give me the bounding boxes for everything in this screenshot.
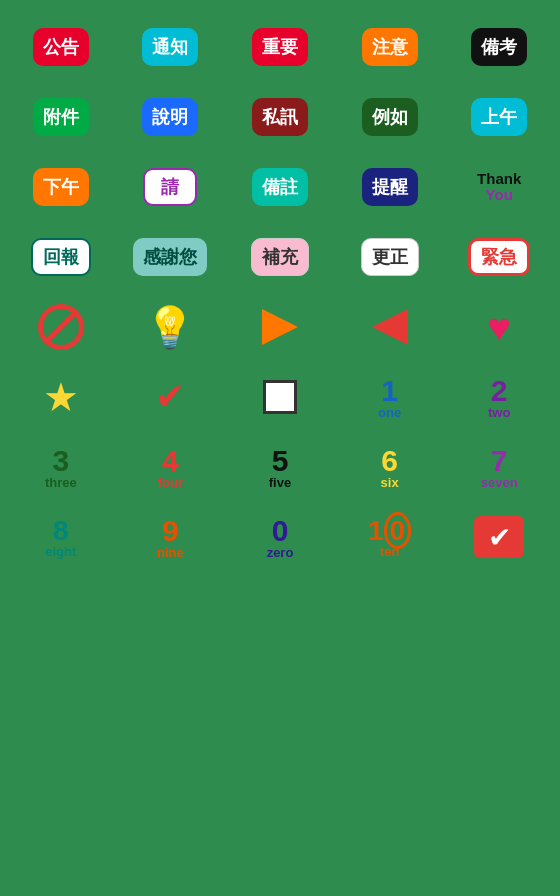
cell-r5-c1: ✔ [120, 368, 222, 426]
cell-r4-c4: ♥ [448, 298, 550, 356]
number-three: 3three [45, 446, 77, 489]
cell-r4-c1: 💡 [120, 298, 222, 356]
cell-r5-c4: 2two [448, 368, 550, 426]
arrow-left-icon [372, 309, 408, 345]
badge-上午[interactable]: 上午 [471, 98, 527, 136]
cell-r4-c0 [10, 298, 112, 356]
badge-附件[interactable]: 附件 [33, 98, 89, 136]
cell-r2-c4: ThankYou [448, 158, 550, 216]
cell-r2-c1: 請 [120, 158, 222, 216]
badge-通知[interactable]: 通知 [142, 28, 198, 66]
checkmark-icon: ✔ [155, 376, 185, 418]
cell-r1-c3: 例如 [339, 88, 441, 146]
cell-r5-c2 [229, 368, 331, 426]
badge-備考[interactable]: 備考 [471, 28, 527, 66]
cell-r6-c3: 6six [339, 438, 441, 496]
cell-r1-c0: 附件 [10, 88, 112, 146]
square-icon [263, 380, 297, 414]
badge-請[interactable]: 請 [143, 168, 197, 206]
number-ten: 10ten [368, 517, 411, 558]
cell-r7-c0: 8eight [10, 508, 112, 566]
cell-r6-c1: 4four [120, 438, 222, 496]
badge-感謝您[interactable]: 感謝您 [133, 238, 207, 276]
number-eight: 8eight [45, 517, 76, 558]
badge-私訊[interactable]: 私訊 [252, 98, 308, 136]
cell-r7-c1: 9nine [120, 508, 222, 566]
badge-備註[interactable]: 備註 [252, 168, 308, 206]
cell-r6-c4: 7seven [448, 438, 550, 496]
badge-注意[interactable]: 注意 [362, 28, 418, 66]
number-one: 1one [378, 376, 401, 419]
cell-r2-c0: 下午 [10, 158, 112, 216]
cell-r3-c3: 更正 [339, 228, 441, 286]
badge-更正[interactable]: 更正 [361, 238, 419, 276]
badge-公告[interactable]: 公告 [33, 28, 89, 66]
cell-r2-c2: 備註 [229, 158, 331, 216]
arrow-right-icon [262, 309, 298, 345]
cell-r0-c3: 注意 [339, 18, 441, 76]
cell-r0-c1: 通知 [120, 18, 222, 76]
cell-r6-c0: 3three [10, 438, 112, 496]
number-nine: 9nine [157, 516, 184, 559]
bulb-icon: 💡 [145, 304, 195, 351]
cell-r5-c0: ★ [10, 368, 112, 426]
number-six: 6six [381, 446, 399, 489]
cell-r1-c1: 說明 [120, 88, 222, 146]
cell-r4-c2 [229, 298, 331, 356]
cell-r2-c3: 提醒 [339, 158, 441, 216]
heart-icon: ♥ [487, 305, 511, 350]
cell-r4-c3 [339, 298, 441, 356]
cell-r3-c1: 感謝您 [120, 228, 222, 286]
cell-r0-c0: 公告 [10, 18, 112, 76]
badge-提醒[interactable]: 提醒 [362, 168, 418, 206]
number-four: 4four [158, 446, 183, 489]
badge-回報[interactable]: 回報 [31, 238, 91, 276]
cell-r7-c3: 10ten [339, 508, 441, 566]
cell-r6-c2: 5five [229, 438, 331, 496]
badge-緊急[interactable]: 緊急 [468, 238, 530, 276]
number-seven: 7seven [481, 446, 518, 489]
badge-補充[interactable]: 補充 [251, 238, 309, 276]
badge-例如[interactable]: 例如 [362, 98, 418, 136]
number-two: 2two [488, 376, 510, 419]
cell-r3-c2: 補充 [229, 228, 331, 286]
number-five: 5five [269, 446, 291, 489]
number-zero: 0zero [267, 516, 294, 559]
red-checkbox-icon: ✔ [474, 516, 524, 558]
badge-說明[interactable]: 說明 [142, 98, 198, 136]
cell-r3-c4: 緊急 [448, 228, 550, 286]
badge-下午[interactable]: 下午 [33, 168, 89, 206]
cell-r1-c2: 私訊 [229, 88, 331, 146]
thank-you-badge[interactable]: ThankYou [477, 171, 521, 204]
cell-r7-c4: ✔ [448, 508, 550, 566]
sticker-grid: 公告通知重要注意備考附件說明私訊例如上午下午請備註提醒ThankYou回報感謝您… [10, 18, 550, 566]
cell-r5-c3: 1one [339, 368, 441, 426]
badge-重要[interactable]: 重要 [252, 28, 308, 66]
no-icon [38, 304, 84, 350]
star-icon: ★ [43, 374, 79, 420]
cell-r0-c4: 備考 [448, 18, 550, 76]
cell-r7-c2: 0zero [229, 508, 331, 566]
cell-r3-c0: 回報 [10, 228, 112, 286]
cell-r1-c4: 上午 [448, 88, 550, 146]
cell-r0-c2: 重要 [229, 18, 331, 76]
